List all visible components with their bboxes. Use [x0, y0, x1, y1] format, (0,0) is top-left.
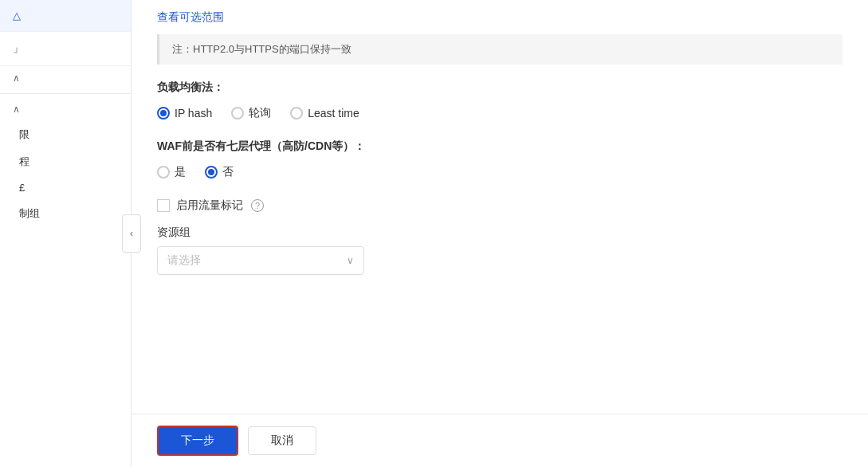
waf-radio-group: 是 否 — [157, 165, 842, 179]
radio-waf-yes[interactable]: 是 — [157, 165, 186, 179]
radio-circle-waf-yes — [157, 166, 170, 179]
sidebar-sub-item-3[interactable]: £ — [0, 175, 131, 200]
radio-ip-hash[interactable]: IP hash — [157, 107, 212, 120]
waf-section: WAF前是否有七层代理（高防/CDN等）： 是 否 — [157, 139, 842, 179]
resource-group-label: 资源组 — [157, 226, 842, 240]
sidebar-sub-item-2[interactable]: 程 — [0, 148, 131, 175]
resource-group-section: 资源组 请选择 ∨ — [157, 226, 842, 275]
resource-group-placeholder: 请选择 — [167, 253, 201, 268]
radio-label-waf-no: 否 — [222, 165, 234, 179]
help-icon[interactable]: ? — [251, 199, 264, 212]
radio-label-ip-hash: IP hash — [175, 107, 212, 120]
radio-circle-round-robin — [231, 107, 244, 120]
footer-bar: 下一步 取消 — [132, 414, 868, 467]
note-row: 注：HTTP2.0与HTTPS的端口保持一致 — [157, 34, 842, 65]
radio-label-round-robin: 轮询 — [249, 106, 271, 120]
sidebar-sub-item-4[interactable]: 制组 — [0, 200, 131, 227]
sidebar-item-0[interactable]: △ — [0, 0, 131, 32]
sidebar-group-1[interactable]: ∧ — [0, 66, 131, 90]
radio-circle-ip-hash — [157, 107, 170, 120]
radio-circle-least-time — [290, 107, 303, 120]
radio-circle-waf-no — [205, 166, 218, 179]
link-row: 查看可选范围 — [157, 0, 842, 28]
waf-title: WAF前是否有七层代理（高防/CDN等）： — [157, 139, 842, 154]
main-content: ‹ 查看可选范围 注：HTTP2.0与HTTPS的端口保持一致 负载均衡法： I… — [132, 0, 868, 467]
radio-least-time[interactable]: Least time — [290, 107, 359, 120]
divider-1 — [0, 93, 131, 94]
sidebar-group-2[interactable]: ∧ — [0, 97, 131, 121]
radio-label-waf-yes: 是 — [175, 165, 186, 179]
sidebar-item-1[interactable]: 」 — [0, 32, 131, 66]
resource-group-select[interactable]: 请选择 ∨ — [157, 246, 364, 275]
cancel-button[interactable]: 取消 — [248, 426, 316, 455]
sidebar: △ 」 ∧ ∧ 限 程 £ 制组 — [0, 0, 132, 467]
traffic-mark-label: 启用流量标记 — [176, 198, 243, 213]
view-range-link[interactable]: 查看可选范围 — [157, 10, 224, 23]
traffic-mark-checkbox[interactable] — [157, 199, 170, 212]
traffic-mark-row: 启用流量标记 ? — [157, 198, 842, 213]
load-balance-radio-group: IP hash 轮询 Least time — [157, 106, 842, 120]
next-button[interactable]: 下一步 — [157, 426, 238, 456]
load-balance-title: 负载均衡法： — [157, 80, 842, 95]
chevron-down-icon: ∨ — [347, 255, 354, 266]
collapse-button[interactable]: ‹ — [122, 214, 141, 253]
sidebar-sub-item-1[interactable]: 限 — [0, 121, 131, 148]
radio-round-robin[interactable]: 轮询 — [231, 106, 271, 120]
radio-waf-no[interactable]: 否 — [205, 165, 234, 179]
content-scroll: 查看可选范围 注：HTTP2.0与HTTPS的端口保持一致 负载均衡法： IP … — [132, 0, 868, 414]
radio-label-least-time: Least time — [308, 107, 359, 120]
